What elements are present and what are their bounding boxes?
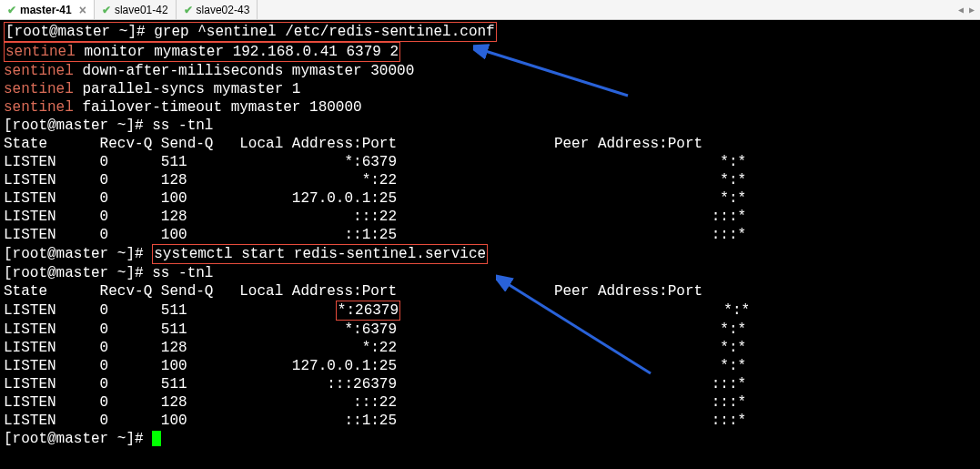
check-icon: ✔: [7, 4, 16, 16]
tab-master[interactable]: ✔ master-41 ×: [0, 0, 95, 19]
check-icon: ✔: [102, 4, 111, 16]
check-icon: ✔: [184, 4, 193, 16]
toolbar-right: ◀ ▶: [953, 0, 980, 19]
terminal[interactable]: [root@master ~]# grep ^sentinel /etc/red…: [0, 20, 980, 469]
tab-label: slave02-43: [197, 4, 250, 16]
tab-label: master-41: [20, 4, 72, 16]
tab-slave02[interactable]: ✔ slave02-43: [177, 0, 258, 19]
tab-bar: ✔ master-41 × ✔ slave01-42 ✔ slave02-43 …: [0, 0, 980, 20]
right-arrow-icon[interactable]: ▶: [969, 5, 975, 15]
left-arrow-icon[interactable]: ◀: [958, 5, 964, 15]
tab-slave01[interactable]: ✔ slave01-42: [95, 0, 177, 19]
close-icon[interactable]: ×: [79, 3, 86, 17]
tab-label: slave01-42: [115, 4, 168, 16]
